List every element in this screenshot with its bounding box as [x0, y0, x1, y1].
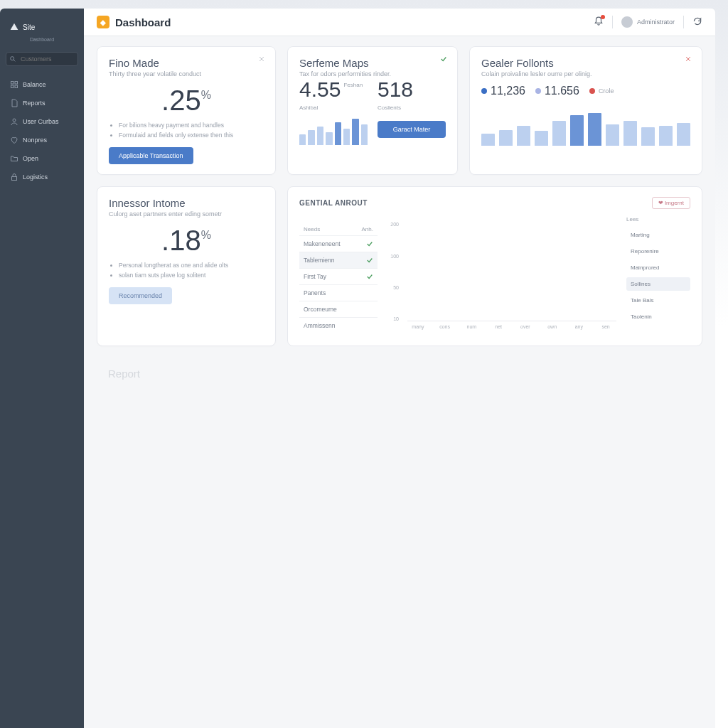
panel-gentral: GENTIAL ANROUT ❤ Imgernt Needs Anh. Make…: [287, 186, 702, 346]
sidebar-item-label: User Curbas: [23, 118, 59, 125]
legend-item[interactable]: Sollines: [626, 277, 690, 291]
sidebar-item-label: Logistics: [23, 173, 48, 181]
sidebar-item-nonpres[interactable]: Nonpres: [6, 133, 78, 147]
serfeme-left-value: 4.55 Feshan: [299, 77, 368, 102]
brand-sub: Dashboard: [6, 37, 78, 42]
avatar: [621, 16, 633, 28]
sidebar-item-label: Open: [23, 155, 38, 162]
serfeme-right-value: 518: [378, 77, 446, 102]
card-report: Report: [97, 358, 276, 390]
serfeme-mini-chart: [299, 114, 368, 145]
svg-rect-7: [12, 177, 17, 181]
card-close-button[interactable]: [257, 54, 267, 64]
lock-icon: [10, 173, 18, 181]
sidebar-search[interactable]: [6, 52, 78, 66]
svg-point-0: [11, 57, 14, 60]
divider: [683, 16, 684, 28]
brand-name: Site: [23, 23, 35, 31]
legend-item: 11.656: [535, 85, 579, 97]
card-innessor: Innessor Intome Culorg aset partners ent…: [97, 186, 276, 346]
checklist-head-a: Needs: [304, 226, 320, 232]
y-axis: 200100 5010: [387, 222, 399, 321]
refresh-button[interactable]: [692, 16, 702, 28]
sidebar-item-open[interactable]: Open: [6, 151, 78, 166]
fino-cta-button[interactable]: Applicable Transaction: [109, 147, 193, 164]
user-icon: [10, 117, 18, 126]
innessor-cta-button[interactable]: Recommended: [109, 287, 172, 304]
svg-rect-2: [11, 82, 14, 85]
checklist-row[interactable]: Makeneneent: [299, 235, 378, 252]
notification-dot: [601, 15, 605, 19]
checklist-row[interactable]: Ammissenn: [299, 317, 378, 333]
card-gealer: Gealer Follonts Colain proivaline lesler…: [469, 46, 702, 175]
check-icon: [366, 240, 373, 247]
card-value: .25%: [109, 85, 264, 117]
search-icon: [9, 55, 16, 63]
sidebar-item-user[interactable]: User Curbas: [6, 114, 78, 129]
serfeme-cta-button[interactable]: Garact Mater: [378, 121, 446, 138]
checklist-row[interactable]: First Tay: [299, 268, 378, 284]
card-fino: Fino Made Thirty three year volatile con…: [97, 46, 276, 175]
card-subtitle: Tax for odors performities rinder.: [299, 70, 446, 77]
user-chip[interactable]: Administrator: [621, 16, 675, 28]
heart-icon: [10, 136, 18, 144]
card-serfeme: Serfeme Maps Tax for odors performities …: [287, 46, 458, 175]
card-subtitle: Culorg aset partners enter eding sometr: [109, 210, 264, 218]
card-check-button[interactable]: [439, 54, 449, 64]
checklist-row[interactable]: Panents: [299, 284, 378, 301]
page-title: Dashboard: [115, 16, 171, 28]
search-input[interactable]: [6, 52, 78, 66]
legend-item[interactable]: Tale Bals: [626, 294, 690, 307]
folder-icon: [10, 154, 18, 163]
svg-rect-3: [15, 82, 18, 85]
close-icon: [685, 55, 692, 63]
close-icon: [258, 55, 265, 63]
main: ◆ Dashboard Administrator: [84, 9, 715, 728]
gealer-legend: 11,236 11.656 Crole: [481, 85, 690, 97]
panel-tag-button[interactable]: ❤ Imgernt: [652, 197, 690, 209]
legend-item[interactable]: Reporenire: [626, 245, 690, 258]
legend-item[interactable]: Mainprored: [626, 261, 690, 274]
sidebar-item-balance[interactable]: Balance: [6, 77, 78, 92]
sidebar: Site Dashboard Balance Reports User Curb…: [0, 9, 84, 728]
mini-label: Coslients: [378, 105, 446, 111]
topbar: ◆ Dashboard Administrator: [84, 9, 715, 36]
card-value: .18%: [109, 225, 264, 257]
svg-line-1: [14, 60, 15, 61]
card-bullets: For bilions heavy payment and handles Fo…: [109, 121, 264, 140]
card-subtitle: Colain proivaline lesler ourre per olini…: [481, 70, 690, 77]
user-name: Administrator: [637, 18, 675, 26]
notifications-button[interactable]: [594, 16, 604, 28]
legend-item[interactable]: Taolenin: [626, 310, 690, 323]
card-close-button[interactable]: [683, 54, 693, 64]
card-title: Report: [108, 368, 264, 380]
sidebar-item-reports[interactable]: Reports: [6, 96, 78, 110]
brand-logo-icon: [9, 21, 20, 33]
svg-rect-4: [11, 85, 14, 88]
sidebar-item-label: Nonpres: [23, 136, 47, 144]
legend-item[interactable]: Marting: [626, 228, 690, 242]
checklist-row[interactable]: Tablemienn: [299, 252, 378, 268]
gealer-chart: [481, 106, 690, 146]
svg-rect-5: [15, 85, 18, 88]
panel-chart: 200100 5010: [387, 222, 616, 336]
checklist-row[interactable]: Orcomeume: [299, 301, 378, 317]
svg-point-6: [13, 119, 16, 122]
brand: Site: [6, 20, 78, 34]
card-subtitle: Thirty three year volatile conduct: [109, 70, 264, 77]
check-icon: [366, 257, 373, 264]
content: Fino Made Thirty three year volatile con…: [84, 36, 715, 400]
side-legend-title: Lees: [626, 216, 690, 223]
refresh-icon: [692, 16, 702, 26]
sidebar-item-logistics[interactable]: Logistics: [6, 170, 78, 184]
check-icon: [440, 55, 447, 63]
panel-side-legend: Lees Marting Reporenire Mainprored Solli…: [626, 216, 690, 336]
grid-icon: [10, 80, 18, 89]
card-title: Gealer Follonts: [481, 57, 690, 69]
card-title: Fino Made: [109, 57, 264, 69]
panel-checklist: Needs Anh. Makeneneent Tablemienn First …: [299, 223, 378, 336]
legend-item: 11,236: [481, 85, 525, 97]
sidebar-item-label: Reports: [23, 100, 46, 107]
app-icon: ◆: [97, 16, 109, 28]
check-icon: [366, 273, 373, 280]
